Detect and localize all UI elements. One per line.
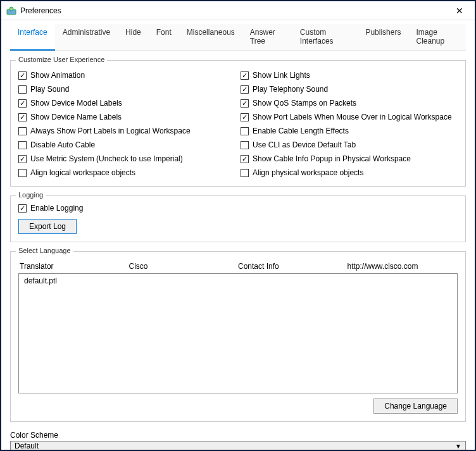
tab-miscellaneous[interactable]: Miscellaneous (179, 24, 242, 51)
tab-custom-interfaces[interactable]: Custom Interfaces (292, 24, 358, 51)
checkbox-right-4[interactable]: Enable Cable Length Effects (241, 125, 458, 137)
checkbox-label: Align physical workspace objects (253, 168, 363, 177)
checkbox-label: Show Port Labels When Mouse Over in Logi… (253, 113, 452, 121)
ux-group-title: Customize User Experience (16, 56, 107, 63)
checkbox-label: Enable Cable Length Effects (253, 127, 349, 135)
checkbox-left-2[interactable]: Show Device Model Labels (18, 97, 235, 109)
ux-checkbox-grid: Show AnimationShow Link LightsPlay Sound… (18, 70, 458, 178)
checkbox-right-1[interactable]: Play Telephony Sound (241, 83, 458, 95)
window-title: Preferences (20, 6, 449, 15)
logging-group-title: Logging (16, 191, 46, 199)
checkbox-box[interactable] (241, 141, 249, 149)
checkbox-label: Disable Auto Cable (30, 140, 95, 149)
preferences-window: Preferences ✕ InterfaceAdministrativeHid… (0, 0, 476, 451)
checkbox-box[interactable] (241, 85, 249, 94)
color-scheme-combo[interactable]: Default ▼ (10, 441, 466, 450)
checkbox-label: Show Animation (30, 71, 85, 80)
checkbox-right-2[interactable]: Show QoS Stamps on Packets (241, 97, 458, 109)
checkbox-box[interactable] (18, 204, 27, 213)
checkbox-left-7[interactable]: Align logical workspace objects (18, 167, 235, 178)
checkbox-right-7[interactable]: Align physical workspace objects (241, 167, 458, 178)
enable-logging-checkbox[interactable]: Enable Logging (18, 202, 458, 214)
tab-administrative[interactable]: Administrative (55, 24, 118, 51)
language-headers: Translator Cisco Contact Info http://www… (18, 262, 458, 273)
language-list[interactable]: default.ptl (18, 273, 458, 393)
content-area: InterfaceAdministrativeHideFontMiscellan… (1, 20, 475, 450)
checkbox-left-1[interactable]: Play Sound (18, 83, 235, 95)
language-group: Select Language Translator Cisco Contact… (10, 251, 466, 422)
language-item[interactable]: default.ptl (24, 276, 452, 285)
color-scheme-label: Color Scheme (10, 431, 466, 440)
app-icon (6, 6, 16, 16)
checkbox-label: Use CLI as Device Default Tab (253, 140, 356, 149)
svg-point-1 (9, 7, 13, 11)
lang-header-url: http://www.cisco.com (348, 262, 457, 271)
checkbox-label: Enable Logging (30, 204, 83, 213)
checkbox-right-0[interactable]: Show Link Lights (241, 70, 458, 81)
checkbox-label: Align logical workspace objects (30, 168, 135, 177)
change-language-button[interactable]: Change Language (373, 398, 458, 414)
checkbox-box[interactable] (18, 127, 27, 135)
tab-publishers[interactable]: Publishers (358, 24, 408, 51)
checkbox-label: Play Telephony Sound (253, 85, 328, 94)
lang-header-contact: Contact Info (238, 262, 348, 271)
checkbox-right-5[interactable]: Use CLI as Device Default Tab (241, 139, 458, 151)
checkbox-label: Show Cable Info Popup in Physical Worksp… (253, 154, 411, 163)
checkbox-box[interactable] (241, 127, 249, 135)
checkbox-label: Use Metric System (Uncheck to use Imperi… (30, 154, 183, 163)
checkbox-left-6[interactable]: Use Metric System (Uncheck to use Imperi… (18, 153, 235, 164)
lang-header-vendor: Cisco (129, 262, 239, 271)
language-group-title: Select Language (16, 247, 73, 254)
lang-header-translator: Translator (20, 262, 129, 271)
close-button[interactable]: ✕ (449, 3, 470, 18)
checkbox-label: Show Device Name Labels (30, 113, 122, 121)
checkbox-label: Play Sound (30, 85, 69, 94)
checkbox-box[interactable] (18, 85, 27, 94)
checkbox-box[interactable] (18, 113, 27, 121)
tab-hide[interactable]: Hide (118, 24, 149, 51)
checkbox-right-3[interactable]: Show Port Labels When Mouse Over in Logi… (241, 111, 458, 123)
logging-group: Logging Enable Logging Export Log (10, 195, 466, 242)
color-scheme-value: Default (15, 442, 39, 450)
export-log-button[interactable]: Export Log (18, 219, 77, 234)
checkbox-box[interactable] (241, 155, 249, 163)
checkbox-box[interactable] (18, 169, 27, 177)
checkbox-label: Show QoS Stamps on Packets (253, 99, 356, 108)
chevron-down-icon: ▼ (455, 443, 461, 450)
checkbox-left-5[interactable]: Disable Auto Cable (18, 139, 235, 151)
checkbox-label: Show Link Lights (253, 71, 310, 80)
checkbox-box[interactable] (18, 141, 27, 149)
tab-interface[interactable]: Interface (10, 24, 55, 51)
checkbox-box[interactable] (241, 99, 249, 108)
checkbox-left-0[interactable]: Show Animation (18, 70, 235, 81)
checkbox-label: Always Show Port Labels in Logical Works… (30, 127, 191, 135)
tab-bar: InterfaceAdministrativeHideFontMiscellan… (10, 24, 466, 51)
checkbox-right-6[interactable]: Show Cable Info Popup in Physical Worksp… (241, 153, 458, 164)
checkbox-box[interactable] (241, 71, 249, 80)
titlebar: Preferences ✕ (1, 1, 475, 20)
checkbox-box[interactable] (18, 155, 27, 163)
tab-font[interactable]: Font (149, 24, 179, 51)
ux-group: Customize User Experience Show Animation… (10, 60, 466, 187)
checkbox-box[interactable] (241, 113, 249, 121)
checkbox-box[interactable] (241, 169, 249, 177)
checkbox-left-4[interactable]: Always Show Port Labels in Logical Works… (18, 125, 235, 137)
checkbox-label: Show Device Model Labels (30, 99, 122, 108)
checkbox-box[interactable] (18, 99, 27, 108)
tab-image-cleanup[interactable]: Image Cleanup (408, 24, 466, 51)
checkbox-box[interactable] (18, 71, 27, 80)
checkbox-left-3[interactable]: Show Device Name Labels (18, 111, 235, 123)
tab-answer-tree[interactable]: Answer Tree (242, 24, 292, 51)
